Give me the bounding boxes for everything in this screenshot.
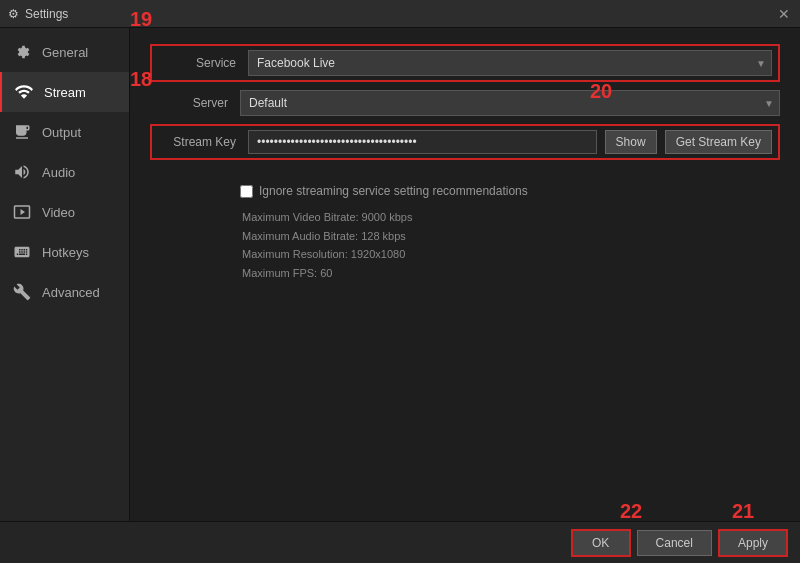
stream-key-input[interactable]: [248, 130, 597, 154]
service-label: Service: [158, 56, 248, 70]
service-select-wrapper: Facebook Live Twitch YouTube Custom RTMP…: [248, 50, 772, 76]
checkbox-section: Ignore streaming service setting recomme…: [150, 184, 780, 283]
stream-key-controls: Show Get Stream Key: [248, 130, 772, 154]
sidebar-label-audio: Audio: [42, 165, 75, 180]
info-line-0: Maximum Video Bitrate: 9000 kbps: [242, 208, 780, 227]
sidebar-label-video: Video: [42, 205, 75, 220]
ok-button[interactable]: OK: [571, 529, 631, 557]
main-layout: General Stream Output: [0, 28, 800, 563]
sidebar-label-stream: Stream: [44, 85, 86, 100]
sidebar-item-advanced[interactable]: Advanced: [0, 272, 129, 312]
sidebar-label-output: Output: [42, 125, 81, 140]
window-title: Settings: [25, 7, 68, 21]
info-lines: Maximum Video Bitrate: 9000 kbps Maximum…: [240, 208, 780, 283]
stream-key-label: Stream Key: [158, 135, 248, 149]
server-select-wrapper: Default ▼: [240, 90, 780, 116]
settings-icon: ⚙: [8, 7, 19, 21]
server-label: Server: [150, 96, 240, 110]
sidebar: General Stream Output: [0, 28, 130, 563]
checkbox-row: Ignore streaming service setting recomme…: [240, 184, 780, 198]
service-row: Service Facebook Live Twitch YouTube Cus…: [158, 50, 772, 76]
ignore-recommendations-checkbox[interactable]: [240, 185, 253, 198]
service-row-container: Service Facebook Live Twitch YouTube Cus…: [150, 44, 780, 82]
service-select[interactable]: Facebook Live Twitch YouTube Custom RTMP: [248, 50, 772, 76]
sidebar-item-stream[interactable]: Stream: [0, 72, 129, 112]
sidebar-item-output[interactable]: Output: [0, 112, 129, 152]
sidebar-item-video[interactable]: Video: [0, 192, 129, 232]
titlebar-left: ⚙ Settings: [8, 7, 68, 21]
server-row: Server Default ▼: [150, 90, 780, 116]
info-line-2: Maximum Resolution: 1920x1080: [242, 245, 780, 264]
cancel-button[interactable]: Cancel: [637, 530, 712, 556]
stream-key-row-container: Stream Key Show Get Stream Key: [150, 124, 780, 160]
output-icon: [12, 122, 32, 142]
close-button[interactable]: ✕: [776, 6, 792, 22]
checkbox-label[interactable]: Ignore streaming service setting recomme…: [259, 184, 528, 198]
server-select[interactable]: Default: [240, 90, 780, 116]
bottom-bar: OK Cancel Apply: [0, 521, 800, 563]
sidebar-label-general: General: [42, 45, 88, 60]
gear-icon: [12, 42, 32, 62]
sidebar-item-hotkeys[interactable]: Hotkeys: [0, 232, 129, 272]
info-line-3: Maximum FPS: 60: [242, 264, 780, 283]
sidebar-label-advanced: Advanced: [42, 285, 100, 300]
apply-button[interactable]: Apply: [718, 529, 788, 557]
get-stream-key-button[interactable]: Get Stream Key: [665, 130, 772, 154]
sidebar-item-general[interactable]: General: [0, 32, 129, 72]
titlebar: ⚙ Settings ✕: [0, 0, 800, 28]
keyboard-icon: [12, 242, 32, 262]
audio-icon: [12, 162, 32, 182]
show-button[interactable]: Show: [605, 130, 657, 154]
wrench-icon: [12, 282, 32, 302]
stream-key-row: Stream Key Show Get Stream Key: [158, 130, 772, 154]
sidebar-label-hotkeys: Hotkeys: [42, 245, 89, 260]
video-icon: [12, 202, 32, 222]
info-line-1: Maximum Audio Bitrate: 128 kbps: [242, 227, 780, 246]
wifi-icon: [14, 82, 34, 102]
sidebar-item-audio[interactable]: Audio: [0, 152, 129, 192]
content-area: Service Facebook Live Twitch YouTube Cus…: [130, 28, 800, 563]
